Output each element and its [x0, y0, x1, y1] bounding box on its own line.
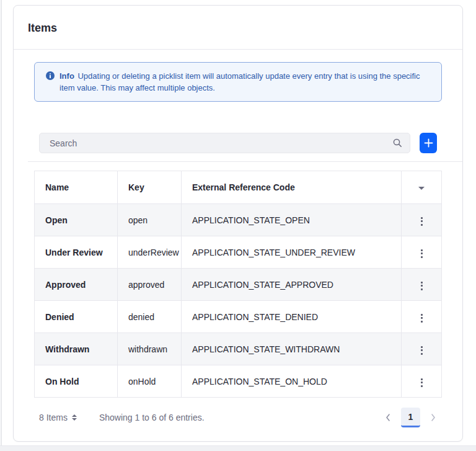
kebab-vertical-icon: [421, 217, 423, 226]
item-name: Open: [35, 204, 118, 236]
chevron-right-icon: [430, 413, 437, 422]
kebab-vertical-icon: [421, 249, 423, 258]
item-name: Approved: [35, 269, 118, 301]
search-input[interactable]: [39, 133, 410, 153]
column-header-key: Key: [118, 171, 182, 204]
item-erc: APPLICATION_STATE_OPEN: [182, 204, 402, 236]
column-header-name: Name: [35, 171, 118, 204]
table-header-row: Name Key External Reference Code: [35, 171, 442, 204]
item-key: onHold: [118, 365, 182, 398]
kebab-vertical-icon: [421, 346, 423, 355]
page-bottom-edge: [0, 445, 476, 451]
table-row: Approved approved APPLICATION_STATE_APPR…: [35, 269, 442, 301]
info-circle-icon: [46, 71, 55, 80]
row-actions-button[interactable]: [415, 278, 429, 294]
item-erc: APPLICATION_STATE_DENIED: [182, 301, 402, 333]
table-row: Denied denied APPLICATION_STATE_DENIED: [35, 301, 442, 333]
row-actions-button[interactable]: [415, 310, 429, 326]
item-name: Denied: [35, 301, 118, 333]
item-erc: APPLICATION_STATE_UNDER_REVIEW: [182, 236, 402, 269]
item-name: On Hold: [35, 365, 118, 398]
column-header-erc: External Reference Code: [182, 171, 402, 204]
item-erc: APPLICATION_STATE_APPROVED: [182, 269, 402, 301]
plus-icon: [424, 138, 433, 148]
row-actions-button[interactable]: [415, 246, 429, 262]
table-row: Open open APPLICATION_STATE_OPEN: [35, 204, 442, 236]
item-key: underReview: [118, 236, 182, 269]
search-icon: [392, 138, 403, 148]
item-name: Withdrawn: [35, 333, 118, 365]
item-key: denied: [118, 301, 182, 333]
caret-double-icon: [72, 414, 77, 421]
item-name: Under Review: [35, 236, 118, 269]
table-row: Under Review underReview APPLICATION_STA…: [35, 236, 442, 269]
table-row: Withdrawn withdrawn APPLICATION_STATE_WI…: [35, 333, 442, 365]
panel-header: Items: [14, 6, 462, 50]
item-key: withdrawn: [118, 333, 182, 365]
item-key: approved: [118, 269, 182, 301]
row-actions-button[interactable]: [415, 213, 429, 230]
alert-message: Updating or deleting a picklist item wil…: [60, 71, 420, 92]
page-size-selector[interactable]: 8 Items: [39, 413, 77, 422]
pagination-bar: 8 Items Showing 1 to 6 of 6 entries. 1: [34, 398, 442, 437]
showing-entries-text: Showing 1 to 6 of 6 entries.: [99, 413, 205, 422]
row-actions-button[interactable]: [415, 375, 429, 391]
info-alert: Info Updating or deleting a picklist ite…: [34, 62, 442, 102]
search-button[interactable]: [388, 135, 407, 151]
chevron-left-icon: [384, 413, 392, 422]
kebab-vertical-icon: [421, 378, 423, 387]
previous-page-button[interactable]: [383, 412, 393, 423]
search-box: [39, 133, 410, 153]
item-erc: APPLICATION_STATE_ON_HOLD: [182, 365, 402, 398]
items-panel: Items Info Updating or deleting a pickli…: [13, 5, 463, 442]
kebab-vertical-icon: [421, 314, 423, 323]
caret-down-icon: [418, 187, 425, 190]
alert-label: Info: [60, 71, 74, 81]
page-1-button[interactable]: 1: [401, 408, 420, 427]
items-table: Name Key External Reference Code Open o: [34, 171, 442, 398]
alert-text: Info Updating or deleting a picklist ite…: [60, 70, 431, 94]
add-item-button[interactable]: [420, 133, 437, 153]
item-key: open: [118, 204, 182, 236]
row-actions-button[interactable]: [415, 342, 429, 359]
page-title: Items: [28, 22, 447, 35]
page-left-edge: [0, 0, 2, 446]
table-row: On Hold onHold APPLICATION_STATE_ON_HOLD: [35, 365, 442, 398]
management-toolbar: [28, 133, 462, 162]
item-erc: APPLICATION_STATE_WITHDRAWN: [182, 333, 402, 365]
pager: 1: [383, 408, 438, 427]
kebab-vertical-icon: [421, 282, 423, 290]
next-page-button[interactable]: [428, 412, 438, 423]
page-size-label: 8 Items: [39, 413, 68, 422]
sort-order-button[interactable]: [415, 183, 428, 194]
